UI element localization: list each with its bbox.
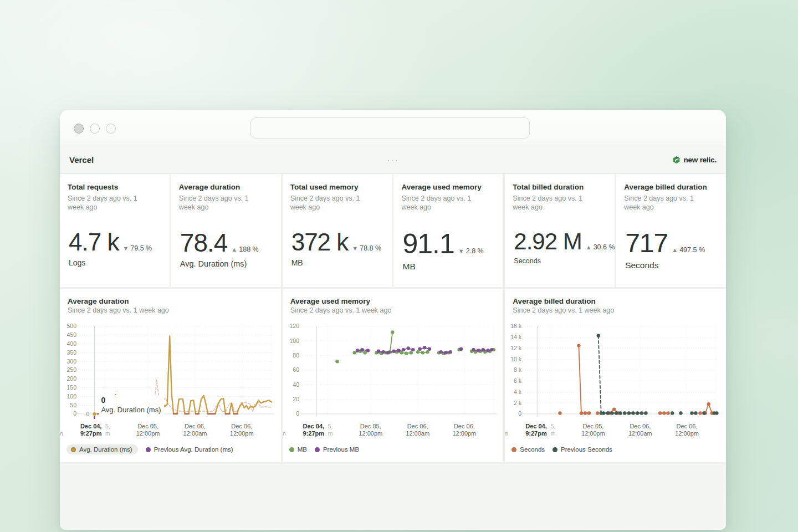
y-axis-label: 50 [70, 402, 76, 408]
data-point-previous-mb [411, 348, 415, 351]
stat-card-average-billed-duration[interactable]: Average billed durationSince 2 days ago … [616, 174, 726, 287]
stat-card-unit-label: MB [402, 262, 499, 272]
legend-dot-icon [315, 447, 320, 452]
legend-item-previous-seconds[interactable]: Previous Seconds [553, 446, 612, 453]
stat-card-total-used-memory[interactable]: Total used memorySince 2 days ago vs. 1 … [283, 174, 392, 287]
stat-card-value-line: 2.92 M▲30.6 % [514, 230, 610, 253]
stat-card-delta-percent: 30.6 % [594, 243, 615, 251]
y-axis-label: 6 k [514, 377, 522, 384]
y-axis-label: 60 [293, 367, 299, 374]
chart-subtitle: Since 2 days ago vs. 1 week ago [68, 306, 273, 315]
data-point-previous-seconds [597, 334, 600, 337]
chart-header: Average billed durationSince 2 days ago … [513, 296, 718, 315]
data-point-seconds [596, 411, 599, 415]
stat-card-delta: ▼79.5 % [122, 244, 152, 252]
x-axis-tick: Dec 06,12:00am [628, 423, 652, 437]
data-point-previous-seconds [623, 411, 626, 415]
tooltip-series-label: Avg. Duration (ms) [101, 406, 161, 414]
legend-item-avg-duration-ms[interactable]: Avg. Duration (ms) [66, 444, 138, 454]
stat-card-delta: ▲497.5 % [672, 246, 705, 254]
stat-card-value: 2.92 M [514, 230, 581, 253]
legend-item-seconds[interactable]: Seconds [511, 446, 545, 453]
legend-dot-icon [553, 447, 557, 452]
chart-plot-area[interactable]: 5004504003503002502001501005000 [60, 319, 281, 422]
x-axis-tick: Dec 05,12:00pm [136, 423, 160, 437]
data-point-seconds [580, 411, 583, 415]
data-point-seconds [707, 402, 710, 406]
stat-card-total-requests[interactable]: Total requestsSince 2 days ago vs. 1 wee… [60, 174, 170, 287]
chart-tooltip: 0Avg. Duration (ms) [99, 395, 163, 416]
stat-card-value-line: 91.1▼2.8 % [402, 230, 499, 258]
stat-card-value-block: 372 k▼78.8 %MB [291, 230, 388, 267]
stat-card-subtitle: Since 2 days ago vs. 1 week ago [179, 194, 263, 212]
x-axis-tick: Dec 05,12:00pm [359, 423, 382, 437]
y-axis-label: 14 k [511, 334, 523, 340]
legend-item-previous-avg-duration-ms[interactable]: Previous Avg. Duration (ms) [146, 446, 233, 453]
data-point-previous-mb [355, 349, 359, 352]
x-axis-covered-tick: 5,m [105, 423, 110, 437]
url-bar[interactable] [250, 117, 530, 139]
y-axis-label: 120 [289, 323, 299, 330]
stat-card-total-billed-duration[interactable]: Total billed durationSince 2 days ago vs… [505, 174, 615, 287]
data-point-previous-mb [481, 348, 484, 351]
window-minimize-button[interactable] [90, 124, 100, 134]
page-title: Vercel [69, 155, 94, 165]
stat-card-average-duration[interactable]: Average durationSince 2 days ago vs. 1 w… [171, 174, 281, 287]
data-point-previous-mb [472, 348, 475, 351]
window-maximize-button[interactable] [106, 124, 116, 134]
hover-axis-value: 0 [86, 411, 90, 417]
data-point-seconds [658, 411, 662, 415]
chart-title: Average billed duration [513, 296, 718, 306]
more-menu-button[interactable]: ··· [387, 157, 399, 163]
data-point-previous-mb [386, 351, 390, 354]
data-point-previous-mb [418, 347, 421, 351]
y-axis-label: 100 [289, 337, 299, 344]
x-axis-clipped-label: m [505, 423, 508, 437]
window-controls [74, 124, 116, 134]
chart-card-average-duration[interactable]: Average durationSince 2 days ago vs. 1 w… [60, 289, 281, 462]
legend-item-mb[interactable]: MB [289, 446, 307, 453]
data-point-seconds [587, 411, 591, 415]
legend-label: Previous Seconds [561, 446, 612, 453]
chart-subtitle: Since 2 days ago vs. 1 week ago [290, 306, 496, 315]
y-axis-label: 400 [67, 340, 77, 347]
chart-plot-area[interactable]: 16 k14 k12 k10 k8 k6 k4 k2 k0 [505, 319, 726, 422]
data-point-previous-mb [477, 349, 480, 352]
chart-subtitle: Since 2 days ago vs. 1 week ago [513, 306, 718, 315]
data-point-previous-seconds [671, 411, 674, 415]
data-point-seconds [577, 344, 581, 347]
data-point-previous-mb [381, 350, 385, 354]
charts-row: Average durationSince 2 days ago vs. 1 w… [60, 289, 726, 462]
data-point-previous-mb [486, 349, 489, 352]
data-point-previous-mb [423, 346, 426, 349]
stat-card-delta-percent: 79.5 % [130, 244, 152, 252]
chart-card-average-billed-duration[interactable]: Average billed durationSince 2 days ago … [505, 289, 726, 462]
new-relic-icon [672, 156, 681, 164]
y-axis-label: 350 [67, 349, 77, 356]
data-point-mb [426, 350, 429, 354]
stat-card-delta-percent: 497.5 % [679, 246, 705, 254]
up-arrow-icon: ▲ [586, 244, 592, 250]
brand-logo: new relic. [672, 156, 717, 164]
data-point-previous-mb [406, 346, 410, 350]
stat-card-delta: ▲30.6 % [586, 243, 615, 251]
stat-card-average-used-memory[interactable]: Average used memorySince 2 days ago vs. … [393, 174, 503, 287]
stat-cards-row: Total requestsSince 2 days ago vs. 1 wee… [60, 174, 726, 287]
y-axis-label: 16 k [511, 323, 523, 330]
legend-item-previous-mb[interactable]: Previous MB [315, 446, 359, 453]
y-axis-label: 150 [67, 384, 77, 391]
y-axis-label: 4 k [514, 388, 522, 395]
y-axis-label: 250 [67, 367, 77, 374]
up-arrow-icon: ▲ [672, 247, 678, 253]
chart-card-average-used-memory[interactable]: Average used memorySince 2 days ago vs. … [283, 289, 504, 462]
browser-chrome [60, 110, 726, 146]
window-close-button[interactable] [74, 124, 84, 134]
stat-card-title: Average duration [179, 183, 262, 192]
x-axis-covered-tick: 5,m [328, 423, 332, 437]
data-point-previous-seconds [640, 411, 643, 415]
data-point-mb [416, 350, 419, 354]
data-point-previous-seconds [703, 411, 706, 415]
stat-card-subtitle: Since 2 days ago vs. 1 week ago [401, 194, 485, 212]
stat-card-value-block: 717▲497.5 %Seconds [625, 230, 722, 270]
chart-plot-area[interactable]: 120100806040200 [283, 319, 504, 422]
